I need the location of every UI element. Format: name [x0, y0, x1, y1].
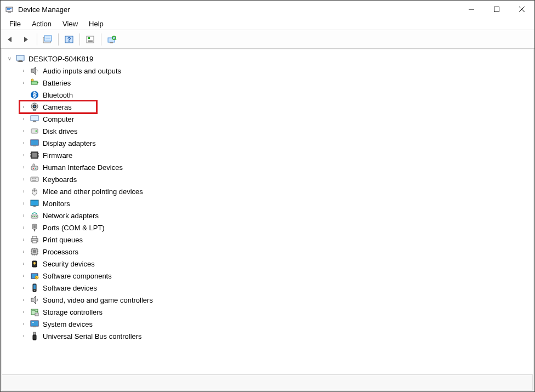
- tree-category-row[interactable]: › Computer: [5, 113, 533, 125]
- expander-icon[interactable]: ›: [20, 139, 27, 147]
- tree-category-row[interactable]: Bluetooth: [5, 89, 533, 101]
- expander-icon[interactable]: ›: [20, 67, 27, 75]
- svg-rect-15: [88, 37, 90, 39]
- tree-category-row[interactable]: › Ports (COM & LPT): [5, 221, 533, 234]
- maximize-button[interactable]: [484, 1, 509, 18]
- expander-icon[interactable]: ›: [20, 79, 27, 87]
- softdev-icon: [30, 283, 39, 293]
- expander-icon[interactable]: ›: [20, 284, 27, 292]
- menu-help[interactable]: Help: [83, 19, 109, 29]
- toolbar-properties[interactable]: [83, 32, 98, 47]
- tree-category-row[interactable]: › Mice and other pointing devices: [5, 185, 533, 197]
- toolbar-forward[interactable]: [19, 32, 33, 47]
- tree-category-row[interactable]: › Print queues: [5, 234, 533, 246]
- expander-icon[interactable]: ›: [20, 332, 27, 340]
- expander-icon[interactable]: ›: [20, 163, 27, 171]
- title-bar: Device Manager: [1, 1, 534, 18]
- tree-category-row[interactable]: › Processors: [5, 246, 533, 258]
- expander-icon[interactable]: ∨: [5, 55, 13, 63]
- svg-rect-1: [8, 12, 11, 13]
- tree-category-label: Ports (COM & LPT): [42, 224, 105, 232]
- tree-category-label: Human Interface Devices: [42, 163, 123, 172]
- expander-icon[interactable]: ›: [20, 151, 27, 159]
- svg-rect-17: [88, 41, 93, 42]
- expander-icon[interactable]: ›: [20, 200, 27, 207]
- cpu-icon: [30, 247, 39, 257]
- device-tree-view[interactable]: ∨ DESKTOP-504K819 › Audio inputs and out…: [2, 49, 533, 374]
- camera-icon: [30, 102, 39, 112]
- tree-category-label: Audio inputs and outputs: [42, 67, 121, 75]
- tree-category-label: Security devices: [42, 260, 95, 268]
- tree-category-row[interactable]: › Network adapters: [5, 209, 533, 221]
- tree-category-row[interactable]: › Audio inputs and outputs: [5, 65, 533, 77]
- tree-category-row[interactable]: › Cameras: [20, 101, 96, 113]
- tree-category-row[interactable]: › Disk drives: [5, 125, 533, 137]
- expander-icon[interactable]: ›: [20, 103, 27, 111]
- expander-icon[interactable]: ›: [20, 236, 27, 243]
- tree-category-label: Print queues: [42, 236, 83, 244]
- expander-icon[interactable]: ›: [20, 296, 27, 304]
- expander-icon[interactable]: ›: [20, 260, 27, 268]
- tree-category-label: Processors: [42, 248, 78, 256]
- toolbar-separator: [58, 33, 59, 46]
- disk-icon: [30, 126, 39, 136]
- tree-category-label: Software devices: [42, 284, 97, 292]
- tree-category-row[interactable]: › Security devices: [5, 258, 533, 270]
- tree-category-row[interactable]: › Software devices: [5, 282, 533, 294]
- toolbar: ?: [1, 30, 534, 49]
- svg-line-21: [115, 39, 116, 40]
- expander-icon[interactable]: ›: [20, 115, 27, 123]
- status-bar: [2, 374, 533, 390]
- tree-category-row[interactable]: › Software components: [5, 270, 533, 282]
- toolbar-show-hidden[interactable]: [41, 32, 55, 47]
- expander-icon[interactable]: ›: [20, 308, 27, 316]
- toolbar-scan-hardware[interactable]: [105, 32, 119, 47]
- tree-root-row[interactable]: ∨ DESKTOP-504K819: [5, 53, 533, 65]
- tree-category-row[interactable]: › Keyboards: [5, 173, 533, 185]
- toolbar-help[interactable]: ?: [62, 32, 76, 47]
- toolbar-back[interactable]: [4, 32, 18, 47]
- network-icon: [30, 211, 39, 220]
- tree-category-row[interactable]: › Batteries: [5, 77, 533, 89]
- expander-icon[interactable]: ›: [20, 248, 27, 255]
- tree-category-row[interactable]: › Display adapters: [5, 137, 533, 149]
- tree-category-label: Storage controllers: [42, 308, 103, 316]
- tree-category-row[interactable]: › Sound, video and game controllers: [5, 294, 533, 306]
- audio-icon: [30, 66, 39, 76]
- svg-rect-2: [7, 8, 12, 9]
- tree-category-row[interactable]: › Human Interface Devices: [5, 161, 533, 173]
- app-icon: [5, 5, 14, 14]
- menu-action[interactable]: Action: [26, 19, 57, 29]
- tree-category-label: Mice and other pointing devices: [42, 188, 143, 196]
- expander-icon[interactable]: ›: [20, 212, 27, 219]
- tree-category-row[interactable]: › Universal Serial Bus controllers: [5, 330, 533, 342]
- expander-icon[interactable]: ›: [20, 224, 27, 231]
- tree-category-row[interactable]: › Monitors: [5, 197, 533, 209]
- expander-icon[interactable]: ›: [20, 127, 27, 135]
- expander-icon[interactable]: ›: [20, 175, 27, 183]
- minimize-button[interactable]: [459, 1, 484, 18]
- expander-icon[interactable]: [20, 91, 27, 99]
- mouse-icon: [30, 186, 39, 196]
- svg-rect-11: [45, 38, 50, 38]
- menu-file[interactable]: File: [4, 19, 26, 29]
- menu-view[interactable]: View: [57, 19, 83, 29]
- tree-category-label: Keyboards: [42, 175, 77, 184]
- toolbar-separator: [37, 33, 37, 46]
- monitor-icon: [30, 198, 39, 208]
- svg-rect-10: [45, 37, 50, 37]
- tree-category-label: Cameras: [42, 103, 72, 111]
- tree-category-label: Computer: [42, 115, 74, 123]
- svg-rect-14: [87, 36, 94, 43]
- expander-icon[interactable]: ›: [20, 272, 27, 280]
- tree-category-row[interactable]: › Firmware: [5, 149, 533, 161]
- close-button[interactable]: [509, 1, 534, 18]
- device-manager-window: Device Manager File Action View Help: [0, 0, 535, 392]
- expander-icon[interactable]: ›: [20, 320, 27, 328]
- storage-icon: [30, 307, 39, 317]
- svg-rect-19: [110, 42, 113, 43]
- tree-root-label: DESKTOP-504K819: [27, 55, 93, 63]
- tree-category-row[interactable]: › System devices: [5, 318, 533, 330]
- tree-category-row[interactable]: › Storage controllers: [5, 306, 533, 318]
- expander-icon[interactable]: ›: [20, 188, 27, 195]
